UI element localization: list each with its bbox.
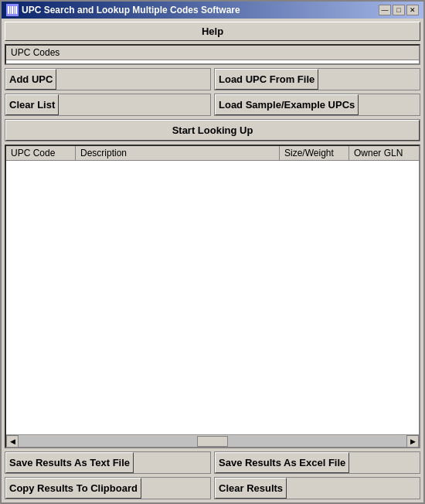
add-upc-wrapper: Add UPC	[5, 68, 211, 90]
svg-rect-3	[14, 6, 15, 14]
load-file-wrapper: Load UPC From File	[214, 68, 420, 90]
title-bar-buttons: — □ ✕	[379, 5, 419, 15]
col-description: Description	[76, 146, 280, 160]
window-title: UPC Search and Lookup Multiple Codes Sof…	[22, 5, 240, 15]
save-text-button[interactable]: Save Results As Text File	[5, 452, 134, 473]
app-icon	[6, 4, 19, 16]
title-bar-left: UPC Search and Lookup Multiple Codes Sof…	[6, 4, 240, 16]
load-sample-wrapper: Load Sample/Example UPCs	[214, 94, 420, 116]
results-panel: UPC Code Description Size/Weight Owner G…	[5, 145, 420, 448]
col-owner-gln: Owner GLN	[349, 146, 419, 160]
col-size-weight: Size/Weight	[280, 146, 349, 160]
start-lookup-button[interactable]: Start Looking Up	[5, 120, 420, 141]
copy-clipboard-wrapper: Copy Results To Clipboard	[5, 477, 211, 499]
save-excel-button[interactable]: Save Results As Excel File	[215, 452, 349, 473]
clear-list-wrapper: Clear List	[5, 94, 211, 116]
window-content: Help UPC Codes Add UPC Load UPC From Fil…	[2, 19, 423, 502]
save-text-wrapper: Save Results As Text File	[5, 451, 211, 474]
start-lookup-wrapper: Start Looking Up	[5, 119, 420, 141]
svg-rect-1	[10, 6, 11, 14]
upc-codes-panel: UPC Codes	[5, 44, 420, 65]
maximize-button[interactable]: □	[393, 5, 405, 15]
scroll-right-arrow[interactable]: ▶	[406, 435, 419, 448]
row-add-load: Add UPC Load UPC From File	[5, 68, 420, 90]
close-button[interactable]: ✕	[406, 5, 419, 15]
add-upc-button[interactable]: Add UPC	[5, 69, 56, 90]
scroll-track[interactable]	[19, 436, 406, 447]
svg-rect-0	[8, 6, 9, 14]
upc-codes-header: UPC Codes	[6, 46, 419, 60]
main-window: UPC Search and Lookup Multiple Codes Sof…	[0, 0, 425, 504]
bottom-buttons: Save Results As Text File Save Results A…	[5, 451, 420, 499]
load-from-file-button[interactable]: Load UPC From File	[215, 69, 318, 90]
upc-codes-label: UPC Codes	[11, 47, 60, 58]
col-upc-code: UPC Code	[6, 146, 76, 160]
horizontal-scrollbar[interactable]: ◀ ▶	[6, 434, 419, 447]
svg-rect-4	[15, 6, 17, 14]
upc-codes-body[interactable]	[6, 60, 419, 63]
copy-clipboard-button[interactable]: Copy Results To Clipboard	[5, 478, 141, 499]
save-excel-wrapper: Save Results As Excel File	[214, 451, 420, 474]
svg-rect-2	[12, 6, 13, 14]
minimize-button[interactable]: —	[379, 5, 391, 15]
row-clear-sample: Clear List Load Sample/Example UPCs	[5, 94, 420, 116]
help-button[interactable]: Help	[5, 22, 420, 41]
clear-list-button[interactable]: Clear List	[5, 94, 59, 115]
clear-results-wrapper: Clear Results	[214, 477, 420, 499]
title-bar: UPC Search and Lookup Multiple Codes Sof…	[2, 2, 423, 19]
scroll-thumb[interactable]	[197, 436, 228, 447]
clear-results-button[interactable]: Clear Results	[215, 478, 287, 499]
load-sample-button[interactable]: Load Sample/Example UPCs	[215, 94, 359, 115]
results-body[interactable]	[6, 161, 419, 434]
row-save: Save Results As Text File Save Results A…	[5, 451, 420, 474]
scroll-left-arrow[interactable]: ◀	[6, 435, 19, 448]
row-copy-clear: Copy Results To Clipboard Clear Results	[5, 477, 420, 499]
results-header: UPC Code Description Size/Weight Owner G…	[6, 146, 419, 161]
